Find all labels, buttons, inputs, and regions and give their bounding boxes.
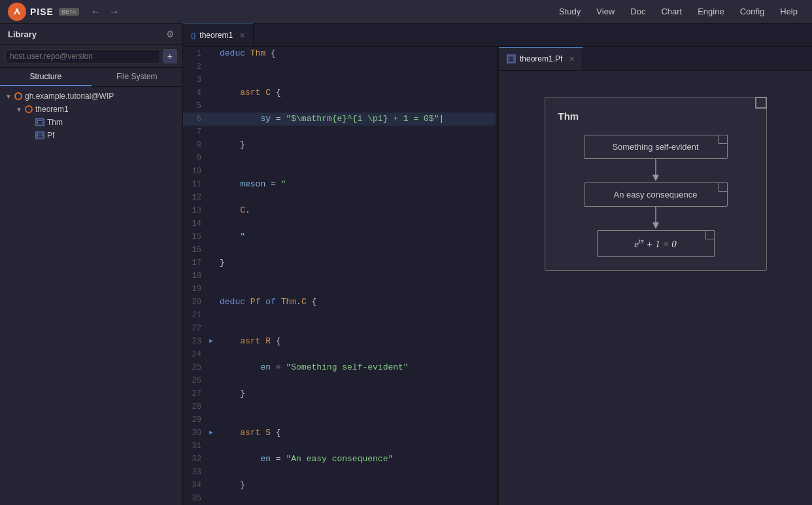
code-line-21: 21 [183, 309, 496, 322]
proof-diagram: Thm Something self-evident [545, 97, 767, 271]
graph-tab-icon [507, 54, 516, 64]
sidebar: Library ⚙ + Structure File System ▼ gh.e… [0, 24, 183, 505]
graph-pane-tabs: theorem1.Pf ✕ [499, 47, 812, 71]
menu-engine[interactable]: Engine [691, 4, 730, 19]
menu-study[interactable]: Study [552, 4, 587, 19]
menu-help[interactable]: Help [773, 4, 804, 19]
node-c-formula: eiπ + 1 = 0 [634, 239, 677, 249]
svg-rect-3 [38, 120, 42, 124]
code-editor[interactable]: 1 deduc Thm { 2 3 4 [183, 47, 496, 505]
svg-rect-2 [36, 119, 44, 126]
graph-tab-close[interactable]: ✕ [569, 55, 575, 63]
svg-point-1 [16, 9, 18, 11]
code-line-6: 6 sy = "$\mathrm{e}^{i \pi} + 1 = 0$"| [183, 113, 496, 126]
code-line-22: 22 [183, 322, 496, 335]
sidebar-gear-button[interactable]: ⚙ [166, 29, 175, 39]
arrow-r-to-s [558, 159, 753, 183]
menubar: PISE BETA ← → Study View Doc Chart Engin… [0, 0, 812, 24]
back-button[interactable]: ← [88, 5, 104, 19]
graph-content: Thm Something self-evident [499, 71, 812, 505]
pf-icon [35, 131, 44, 140]
tab-structure[interactable]: Structure [0, 68, 92, 86]
tree-arrow-theorem1: ▼ [16, 106, 22, 113]
code-line-31: 31 [183, 440, 496, 453]
arrow-s-to-c [558, 207, 753, 230]
sidebar-tabs: Structure File System [0, 68, 182, 87]
module-icon [25, 105, 33, 113]
code-line-30: 30 ▶ asrt S { [183, 427, 496, 440]
tab-filesystem[interactable]: File System [92, 68, 183, 86]
editor-panes: 1 deduc Thm { 2 3 4 [183, 47, 812, 505]
search-input[interactable] [5, 49, 160, 63]
code-line-10: 10 [183, 165, 496, 178]
tree-item-thm[interactable]: ▶ Thm [0, 116, 182, 129]
code-line-12: 12 [183, 191, 496, 204]
menu-config[interactable]: Config [734, 4, 771, 19]
tree-item-repo[interactable]: ▼ gh.example.tutorial@WIP [0, 90, 182, 103]
menu-view[interactable]: View [590, 4, 621, 19]
node-s-corner-tr [719, 183, 728, 192]
code-line-35: 35 [183, 492, 496, 505]
tabs-row: {} theorem1 ✕ [183, 24, 812, 47]
thm-icon [35, 118, 44, 127]
code-line-5: 5 [183, 99, 496, 113]
code-line-7: 7 [183, 126, 496, 139]
thm-label: Thm [47, 118, 63, 127]
code-line-23: 23 ▶ asrt R { [183, 335, 496, 348]
code-line-9: 9 [183, 152, 496, 165]
diagram-node-s: An easy consequence [584, 183, 728, 207]
repo-label: gh.example.tutorial@WIP [25, 92, 114, 101]
tree-item-theorem1[interactable]: ▼ theorem1 [0, 103, 182, 116]
corner-tr [755, 97, 767, 109]
diagram-title: Thm [558, 111, 753, 122]
svg-marker-13 [652, 222, 659, 229]
tab-theorem1[interactable]: {} theorem1 ✕ [183, 24, 254, 46]
logo: PISE BETA [8, 3, 79, 21]
tab-theorem1-close[interactable]: ✕ [239, 31, 245, 40]
code-line-8: 8 } [183, 139, 496, 152]
add-button[interactable]: + [163, 49, 177, 63]
code-line-18: 18 [183, 270, 496, 283]
node-c-corner-tr [705, 230, 715, 239]
logo-icon [8, 3, 26, 21]
code-lines: 1 deduc Thm { 2 3 4 [183, 47, 496, 505]
code-line-2: 2 [183, 60, 496, 73]
main-layout: Library ⚙ + Structure File System ▼ gh.e… [0, 24, 812, 505]
svg-marker-11 [652, 175, 659, 181]
node-r-label: Something self-evident [612, 142, 698, 152]
diagram-node-r: Something self-evident [584, 135, 728, 159]
tree-arrow-repo: ▼ [5, 93, 12, 100]
code-line-3: 3 [183, 73, 496, 86]
code-line-1: 1 deduc Thm { [183, 47, 496, 60]
code-line-32: 32 en = "An easy consequence" [183, 453, 496, 466]
diagram-outer-box: Thm Something self-evident [545, 97, 767, 271]
code-line-34: 34 } [183, 479, 496, 492]
tab-theorem1-label: theorem1 [199, 31, 233, 40]
code-line-4: 4 asrt C { [183, 86, 496, 99]
code-line-16: 16 [183, 243, 496, 256]
graph-tab-label: theorem1.Pf [520, 54, 562, 63]
code-line-17: 17 } [183, 256, 496, 270]
menu-doc[interactable]: Doc [624, 4, 652, 19]
code-line-26: 26 [183, 374, 496, 387]
code-line-19: 19 [183, 283, 496, 296]
code-line-15: 15 " [183, 230, 496, 243]
sidebar-search-area: + [0, 45, 182, 68]
forward-button[interactable]: → [107, 5, 122, 19]
beta-badge: BETA [59, 8, 79, 16]
sidebar-title: Library [8, 29, 37, 39]
code-line-28: 28 [183, 400, 496, 413]
tab-code-icon: {} [191, 31, 195, 39]
menu-chart[interactable]: Chart [654, 4, 688, 19]
code-line-20: 20 deduc Pf of Thm.C { [183, 296, 496, 309]
graph-tab-theorem1pf[interactable]: theorem1.Pf ✕ [499, 47, 583, 70]
code-line-33: 33 [183, 466, 496, 479]
code-line-25: 25 en = "Something self-evident" [183, 361, 496, 374]
sidebar-header: Library ⚙ [0, 24, 182, 45]
tree-item-pf[interactable]: ▶ Pf [0, 129, 182, 142]
pf-label: Pf [47, 131, 54, 140]
node-r-corner-tr [719, 135, 728, 144]
editor-area: {} theorem1 ✕ 1 deduc Thm { 2 [183, 24, 812, 505]
code-line-11: 11 meson = " [183, 178, 496, 191]
app-name: PISE [30, 7, 54, 17]
